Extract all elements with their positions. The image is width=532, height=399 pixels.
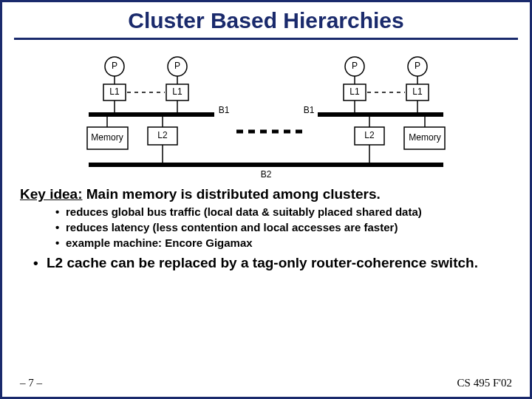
l1-label: L1 xyxy=(172,86,183,97)
b1-label: B1 xyxy=(219,105,230,115)
l2-label: L2 xyxy=(157,130,168,140)
key-idea-line: Key idea: Main memory is distributed amo… xyxy=(20,186,512,202)
b1-label: B1 xyxy=(304,105,315,115)
sub-bullet-list: reduces global bus traffic (local data &… xyxy=(55,205,512,250)
l2-label: L2 xyxy=(364,130,375,140)
cluster-diagram: .box { fill:#fff; stroke:#000; stroke-wi… xyxy=(20,53,512,179)
b2-label: B2 xyxy=(261,169,272,179)
hierarchy-svg: .box { fill:#fff; stroke:#000; stroke-wi… xyxy=(74,53,458,179)
key-idea-text: Main memory is distributed among cluster… xyxy=(82,186,380,202)
main-bullet-list: L2 cache can be replaced by a tag-only r… xyxy=(33,254,512,272)
slide-title: Cluster Based Hierarchies xyxy=(14,8,518,40)
slide: Cluster Based Hierarchies .box { fill:#f… xyxy=(0,0,532,399)
sub-bullet: reduces global bus traffic (local data &… xyxy=(55,205,512,219)
page-number: – 7 – xyxy=(20,377,42,389)
l1-label: L1 xyxy=(109,86,120,97)
p-label: P xyxy=(174,61,180,71)
key-idea-label: Key idea: xyxy=(20,186,82,202)
sub-bullet: example machine: Encore Gigamax xyxy=(55,236,512,250)
slide-footer: – 7 – CS 495 F'02 xyxy=(20,377,512,389)
svg-rect-31 xyxy=(89,163,443,167)
l1-label: L1 xyxy=(412,86,423,97)
p-label: P xyxy=(112,61,117,71)
course-id: CS 495 F'02 xyxy=(457,377,512,389)
svg-rect-9 xyxy=(89,112,214,117)
svg-rect-24 xyxy=(318,112,443,117)
sub-bullet: reduces latency (less contention and loc… xyxy=(55,221,512,235)
l1-label: L1 xyxy=(349,86,360,97)
main-bullet: L2 cache can be replaced by a tag-only r… xyxy=(33,254,512,272)
memory-label: Memory xyxy=(409,132,440,143)
p-label: P xyxy=(415,61,420,71)
memory-label: Memory xyxy=(91,132,123,143)
p-label: P xyxy=(352,61,358,71)
